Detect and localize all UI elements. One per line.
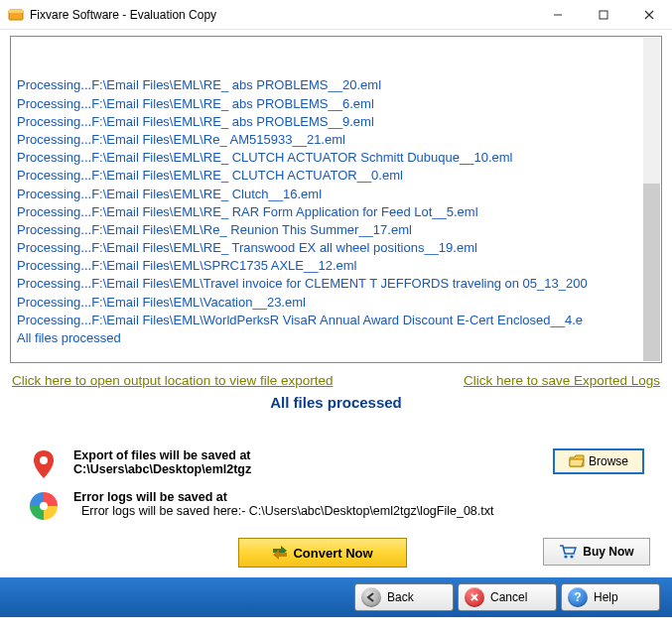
browse-button[interactable]: Browse (553, 448, 644, 474)
svg-rect-3 (600, 11, 607, 19)
svg-point-6 (40, 456, 48, 464)
status-text: All files processed (10, 390, 662, 423)
buy-label: Buy Now (583, 545, 633, 559)
action-row: Convert Now Buy Now (10, 536, 662, 577)
titlebar: Fixvare Software - Evaluation Copy (0, 0, 672, 30)
cancel-button[interactable]: Cancel (458, 583, 557, 611)
window-title: Fixvare Software - Evaluation Copy (30, 8, 535, 22)
back-button[interactable]: Back (354, 583, 454, 611)
buy-now-button[interactable]: Buy Now (543, 538, 650, 566)
help-question-icon: ? (568, 587, 588, 607)
window-controls (535, 0, 672, 30)
cancel-label: Cancel (490, 590, 527, 604)
info-panel: Export of files will be saved at C:\User… (18, 437, 654, 532)
svg-point-9 (571, 555, 574, 558)
export-location-text: Export of files will be saved at C:\User… (73, 448, 539, 476)
browse-label: Browse (589, 454, 628, 468)
export-label: Export of files will be saved at (73, 448, 539, 462)
help-label: Help (594, 590, 618, 604)
error-log-row: Error logs will be saved at Error logs w… (28, 486, 644, 526)
cancel-x-icon (465, 587, 484, 607)
back-arrow-icon (361, 587, 381, 607)
app-icon (8, 7, 24, 23)
svg-point-8 (565, 555, 568, 558)
save-logs-link[interactable]: Click here to save Exported Logs (464, 373, 660, 388)
close-button[interactable] (626, 0, 672, 30)
help-button[interactable]: ? Help (561, 583, 660, 611)
open-output-link[interactable]: Click here to open output location to vi… (12, 373, 333, 388)
scrollbar-thumb[interactable] (643, 184, 660, 361)
cart-icon (559, 544, 577, 560)
links-row: Click here to open output location to vi… (10, 363, 662, 390)
convert-icon (271, 545, 289, 561)
main-content: Processing...F:\Email Files\EML\RE_ abs … (0, 30, 672, 577)
log-text: Processing...F:\Email Files\EML\RE_ abs … (17, 76, 655, 363)
location-pin-icon (28, 448, 60, 480)
convert-now-button[interactable]: Convert Now (238, 538, 407, 568)
footer: Back Cancel ? Help (0, 577, 672, 617)
convert-label: Convert Now (293, 546, 372, 561)
log-output[interactable]: Processing...F:\Email Files\EML\RE_ abs … (10, 36, 662, 363)
error-label: Error logs will be saved at (73, 490, 644, 504)
folder-icon (569, 454, 585, 468)
back-label: Back (387, 590, 414, 604)
pie-icon (28, 490, 60, 522)
export-path: C:\Users\abc\Desktop\eml2tgz (73, 462, 539, 476)
svg-rect-1 (9, 10, 23, 13)
error-log-text: Error logs will be saved at Error logs w… (73, 490, 644, 518)
maximize-button[interactable] (581, 0, 626, 30)
export-location-row: Export of files will be saved at C:\User… (28, 444, 644, 484)
scrollbar[interactable] (643, 38, 660, 361)
error-path: Error logs will be saved here:- C:\Users… (73, 504, 644, 518)
svg-point-7 (40, 502, 48, 510)
minimize-button[interactable] (535, 0, 581, 30)
